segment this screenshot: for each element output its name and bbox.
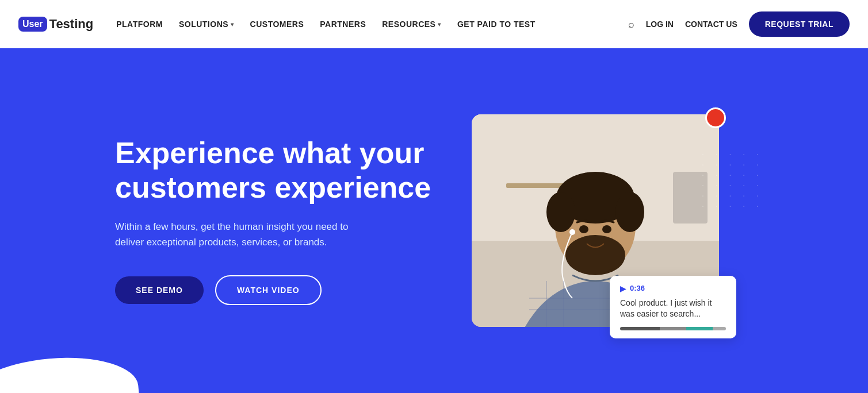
logo-box: User (18, 17, 47, 32)
dot-pattern-decoration (702, 149, 748, 218)
contact-link[interactable]: CONTACT US (685, 20, 737, 29)
nav-get-paid[interactable]: GET PAID TO TEST (457, 20, 536, 29)
nav-links: PLATFORM SOLUTIONS ▾ CUSTOMERS PARTNERS … (116, 20, 628, 29)
bar-segment-2 (660, 327, 686, 330)
hero-section: Experience what your customers experienc… (0, 48, 868, 393)
nav-partners[interactable]: PARTNERS (320, 20, 366, 29)
nav-solutions[interactable]: SOLUTIONS ▾ (179, 20, 234, 29)
svg-point-8 (546, 192, 575, 232)
nav-customers[interactable]: CUSTOMERS (250, 20, 304, 29)
login-link[interactable]: LOG IN (646, 20, 674, 29)
hero-media: ▶ 0:36 Cool product. I just wish it was … (472, 114, 719, 327)
play-icon: ▶ (620, 284, 626, 293)
svg-point-9 (615, 192, 644, 232)
svg-point-17 (602, 225, 611, 233)
see-demo-button[interactable]: SEE DEMO (115, 276, 204, 304)
feedback-quote: Cool product. I just wish it was easier … (620, 298, 726, 320)
logo[interactable]: User Testing (18, 17, 93, 32)
hero-title: Experience what your customers experienc… (115, 136, 437, 205)
solutions-chevron-icon: ▾ (231, 21, 234, 28)
nav-platform[interactable]: PLATFORM (116, 20, 163, 29)
feedback-card: ▶ 0:36 Cool product. I just wish it was … (610, 276, 736, 338)
svg-point-10 (565, 235, 625, 275)
bar-segment-4 (713, 327, 726, 330)
request-trial-button[interactable]: REQUEST TRIAL (749, 11, 850, 37)
logo-testing-text: Testing (49, 17, 94, 32)
resources-chevron-icon: ▾ (438, 21, 441, 28)
search-button[interactable]: ⌕ (628, 18, 634, 30)
hero-subtitle: Within a few hours, get the human insigh… (115, 219, 380, 250)
feedback-time-row: ▶ 0:36 (620, 284, 726, 293)
navbar: User Testing PLATFORM SOLUTIONS ▾ CUSTOM… (0, 0, 868, 48)
nav-right: ⌕ LOG IN CONTACT US REQUEST TRIAL (628, 11, 850, 37)
bar-segment-3 (686, 327, 713, 330)
hero-buttons: SEE DEMO WATCH VIDEO (115, 275, 437, 305)
svg-point-16 (579, 225, 588, 233)
feedback-bar (620, 327, 726, 330)
bar-segment-1 (620, 327, 660, 330)
search-icon: ⌕ (628, 18, 634, 30)
nav-resources[interactable]: RESOURCES ▾ (382, 20, 441, 29)
hero-content: Experience what your customers experienc… (115, 136, 437, 305)
watch-video-button[interactable]: WATCH VIDEO (215, 275, 322, 305)
feedback-timestamp: 0:36 (630, 284, 645, 292)
record-indicator (705, 107, 726, 128)
logo-user-text: User (22, 19, 43, 29)
svg-point-11 (569, 229, 575, 235)
